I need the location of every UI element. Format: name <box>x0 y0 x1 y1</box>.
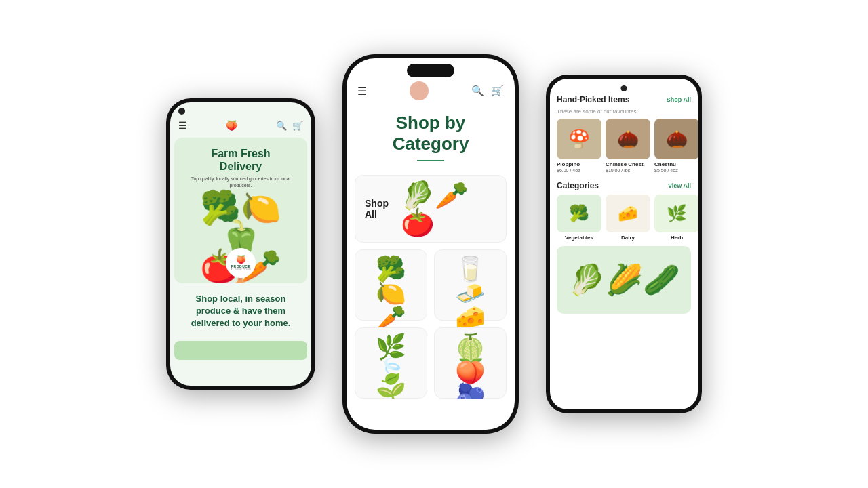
brand-sub: AT YOUR DOOR <box>231 268 251 271</box>
item-name: Chinese Chest. <box>606 161 650 168</box>
brand-peach-icon: 🍑 <box>236 255 246 264</box>
cat-thumb-vegetables[interactable]: 🥦 Vegetables <box>557 195 601 241</box>
item-card-chestnu[interactable]: 🌰 Chestnu $5.50 / 4oz <box>654 119 698 173</box>
phone1-header: ☰ 🍑 🔍 🛒 <box>170 110 311 135</box>
item-image: 🌰 <box>606 119 650 159</box>
title-divider <box>417 160 444 161</box>
cta-button[interactable] <box>174 341 307 360</box>
shop-all-card[interactable]: Shop All 🥬🥕🍅 <box>355 175 507 243</box>
section-title: Hand-Picked Items <box>557 95 629 104</box>
search-icon[interactable]: 🔍 <box>276 121 287 131</box>
header-icons: 🔍 🛒 <box>276 121 303 131</box>
cat-image: 🌿 <box>654 195 698 232</box>
view-all-link[interactable]: View All <box>668 182 691 189</box>
categories-list: Shop All 🥬🥕🍅 🥦🍋🥕 Vegetables 🥛🧈🧀 Dairy 🌿🍃… <box>347 175 515 399</box>
phone-left: ☰ 🍑 🔍 🛒 Farm Fresh Delivery Top quality,… <box>166 98 315 390</box>
menu-icon[interactable]: ☰ <box>178 120 187 131</box>
item-image: 🍄 <box>557 119 601 159</box>
header-icons: 🔍 🛒 <box>471 85 504 97</box>
cat-image: 🧀 <box>606 195 650 232</box>
category-card-herbs[interactable]: 🌿🍃🌱 Herbs <box>355 327 427 399</box>
shop-all-image: 🥬🥕🍅 <box>401 182 496 236</box>
handpicked-header: Hand-Picked Items Shop All <box>550 79 698 108</box>
section-subtitle: These are some of our favourites <box>550 108 698 119</box>
cart-icon[interactable]: 🛒 <box>292 121 303 131</box>
item-image: 🌰 <box>654 119 698 159</box>
cat-thumb-dairy[interactable]: 🧀 Dairy <box>606 195 650 241</box>
hero-banner: Farm Fresh Delivery Top quality, locally… <box>174 138 307 283</box>
search-icon[interactable]: 🔍 <box>471 85 484 97</box>
item-card-pioppino[interactable]: 🍄 Pioppino $6.00 / 4oz <box>557 119 601 173</box>
brand-badge: 🍑 PRODUCE AT YOUR DOOR <box>226 248 256 278</box>
brand-icon: 🍑 <box>226 120 237 131</box>
cat-image: 🥦 <box>557 195 601 232</box>
herbs-icon: 🌿🍃🌱 <box>362 335 420 399</box>
categories-title: Categories <box>557 181 599 190</box>
logo-center: 🍑 <box>226 120 237 131</box>
item-price: $6.00 / 4oz <box>557 168 601 173</box>
shop-all-label: Shop All <box>365 198 401 220</box>
item-price: $10.00 / lbs <box>606 168 650 173</box>
cat-name: Dairy <box>606 235 650 241</box>
category-card-dairy[interactable]: 🥛🧈🧀 Dairy <box>434 249 507 321</box>
item-name: Chestnu <box>654 161 698 168</box>
screen-left: ☰ 🍑 🔍 🛒 Farm Fresh Delivery Top quality,… <box>170 102 311 386</box>
vegetables-icon: 🥦🍋🥕 <box>362 257 420 330</box>
item-price: $5.50 / 4oz <box>654 168 698 173</box>
item-card-chestnut[interactable]: 🌰 Chinese Chest. $10.00 / lbs <box>606 119 650 173</box>
category-card-vegetables[interactable]: 🥦🍋🥕 Vegetables <box>355 249 427 321</box>
phone-center: ☰ 🔍 🛒 Shop by Category Shop All 🥬🥕🍅 <box>342 54 519 434</box>
promo-banner: 🥬🌽🥒 <box>557 246 691 314</box>
screen-center: ☰ 🔍 🛒 Shop by Category Shop All 🥬🥕🍅 <box>347 58 515 430</box>
category-grid: 🥦🍋🥕 Vegetables 🥛🧈🧀 Dairy 🌿🍃🌱 Herbs 🍈🍑🫐 F… <box>355 249 507 399</box>
banner-image: 🥬🌽🥒 <box>568 262 680 298</box>
fruit-icon: 🍈🍑🫐 <box>441 335 499 399</box>
camera-hole <box>621 85 627 92</box>
dynamic-island <box>407 64 454 77</box>
page-title: Shop by Category <box>357 113 504 155</box>
cat-name: Vegetables <box>557 235 601 241</box>
menu-icon[interactable]: ☰ <box>357 85 367 98</box>
dairy-icon: 🥛🧈🧀 <box>441 257 499 330</box>
hero-title: Farm Fresh Delivery <box>181 147 300 173</box>
category-card-fruit[interactable]: 🍈🍑🫐 Fruit <box>434 327 507 399</box>
cart-icon[interactable]: 🛒 <box>491 85 504 97</box>
item-name: Pioppino <box>557 161 601 168</box>
user-avatar[interactable] <box>410 81 429 100</box>
items-row: 🍄 Pioppino $6.00 / 4oz 🌰 Chinese Chest. … <box>550 119 698 178</box>
cat-thumb-herbs[interactable]: 🌿 Herb <box>654 195 698 241</box>
hero-subtitle: Top quality, locally sourced groceries f… <box>181 176 300 189</box>
camera-hole <box>178 108 185 115</box>
page-title-section: Shop by Category <box>347 106 515 175</box>
categories-header: Categories View All <box>550 178 698 195</box>
phone-right: Hand-Picked Items Shop All These are som… <box>546 75 702 413</box>
screen-right: Hand-Picked Items Shop All These are som… <box>550 79 698 409</box>
shop-all-link[interactable]: Shop All <box>667 96 691 103</box>
tagline: Shop local, in season produce & have the… <box>170 286 311 337</box>
cat-name: Herb <box>654 235 698 241</box>
categories-row: 🥦 Vegetables 🧀 Dairy 🌿 Herb <box>550 195 698 246</box>
